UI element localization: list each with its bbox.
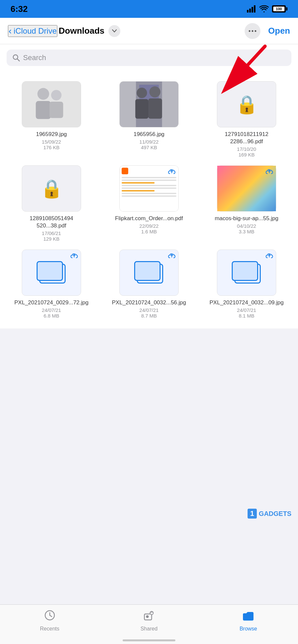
- file-item[interactable]: 🔒 12891085051494520...38.pdf 17/06/21 12…: [7, 165, 96, 242]
- file-name: 127910182119122286...96.pdf: [225, 131, 268, 145]
- svg-rect-1: [249, 9, 251, 13]
- signal-icon: [247, 5, 256, 13]
- file-date: 17/10/20: [237, 146, 256, 152]
- file-thumbnail: [119, 81, 179, 127]
- file-size: 169 KB: [238, 152, 254, 157]
- file-thumbnail-locked: 🔒: [22, 165, 81, 212]
- file-item[interactable]: Flipkart.com_Order...on.pdf 22/09/22 1.6…: [104, 165, 194, 242]
- file-size: 6.8 MB: [44, 313, 59, 319]
- shared-icon: [143, 609, 155, 624]
- back-button[interactable]: ‹ iCloud Drive: [8, 25, 57, 37]
- file-name: 12891085051494520...38.pdf: [30, 215, 73, 229]
- svg-rect-3: [254, 5, 255, 13]
- watermark: 1 GADGETS: [248, 509, 291, 519]
- more-dots-icon: [249, 30, 256, 32]
- svg-point-5: [252, 30, 253, 32]
- wifi-icon: [259, 5, 269, 13]
- cloud-upload-icon: [70, 253, 78, 261]
- cloud-upload-icon: [168, 168, 176, 177]
- generic-file-icon: [37, 261, 66, 284]
- file-item[interactable]: 🔒 127910182119122286...96.pdf 17/10/20 1…: [202, 81, 291, 157]
- file-date: 24/07/21: [42, 307, 61, 313]
- search-bar[interactable]: Search: [7, 50, 291, 66]
- search-icon: [13, 54, 20, 61]
- file-thumbnail: [217, 250, 276, 296]
- file-thumbnail: [119, 165, 179, 212]
- status-icons: 100: [247, 5, 287, 13]
- file-name: PXL_20210724_0032...09.jpg: [210, 299, 284, 306]
- svg-rect-16: [22, 82, 81, 127]
- file-grid-container: 1965929.jpg 15/09/22 176 KB: [0, 71, 298, 328]
- status-bar: 6:32 100: [0, 0, 298, 18]
- generic-file-icon: [134, 261, 164, 284]
- svg-line-10: [17, 59, 19, 61]
- file-date: 04/10/22: [237, 223, 256, 229]
- nav-current-title: Downloads: [59, 26, 104, 36]
- lock-icon: 🔒: [41, 178, 63, 199]
- recents-label: Recents: [40, 626, 59, 632]
- tab-browse[interactable]: Browse: [199, 609, 298, 632]
- shared-label: Shared: [140, 626, 158, 632]
- file-thumbnail: [22, 81, 81, 127]
- file-date: 15/09/22: [42, 139, 61, 145]
- file-date: 24/07/21: [139, 307, 159, 313]
- file-date: 11/09/22: [139, 139, 159, 145]
- file-size: 1.6 MB: [141, 229, 157, 234]
- file-size: 8.7 MB: [141, 313, 157, 319]
- lock-icon: 🔒: [236, 94, 258, 115]
- cloud-upload-icon: [265, 168, 273, 177]
- file-name: 1965929.jpg: [36, 131, 67, 138]
- svg-rect-21: [135, 99, 148, 119]
- file-item[interactable]: macos-big-sur-ap...55.jpg 04/10/22 3.3 M…: [202, 165, 291, 242]
- file-thumbnail: [217, 165, 276, 212]
- file-thumbnail: [119, 250, 179, 296]
- svg-rect-0: [247, 10, 249, 13]
- back-chevron-icon: ‹: [9, 26, 12, 36]
- search-placeholder: Search: [23, 53, 46, 62]
- file-size: 176 KB: [43, 145, 59, 150]
- search-container: Search: [0, 44, 298, 71]
- tab-shared[interactable]: Shared: [99, 609, 198, 632]
- tab-bar-spacer: [0, 328, 298, 375]
- watermark-label: GADGETS: [259, 510, 291, 518]
- status-time: 6:32: [11, 4, 28, 14]
- file-name: 1965956.jpg: [134, 131, 164, 138]
- chevron-down-icon: [112, 29, 117, 33]
- file-name: PXL_20210724_0032...56.jpg: [112, 299, 186, 306]
- nav-bar: ‹ iCloud Drive Downloads Open: [0, 18, 298, 44]
- svg-rect-23: [148, 98, 162, 119]
- dropdown-button[interactable]: [108, 25, 120, 37]
- svg-point-30: [146, 615, 149, 618]
- file-item[interactable]: PXL_20210724_0032...09.jpg 24/07/21 8.1 …: [202, 250, 291, 319]
- tab-recents[interactable]: Recents: [0, 609, 99, 632]
- file-thumbnail: [22, 250, 81, 296]
- svg-point-6: [254, 30, 256, 32]
- generic-file-icon: [232, 261, 261, 284]
- file-size: 3.3 MB: [239, 229, 254, 234]
- open-button[interactable]: Open: [268, 26, 290, 36]
- nav-title-section: Downloads: [59, 25, 245, 37]
- browse-icon: [242, 609, 254, 624]
- svg-point-22: [149, 86, 161, 98]
- file-date: 17/06/21: [42, 230, 61, 236]
- nav-actions: Open: [245, 23, 290, 39]
- back-label: iCloud Drive: [14, 26, 57, 36]
- file-grid: 1965929.jpg 15/09/22 176 KB: [7, 78, 291, 322]
- more-button[interactable]: [245, 23, 260, 39]
- file-date: 22/09/22: [139, 223, 159, 229]
- file-item[interactable]: PXL_20210724_0032...56.jpg 24/07/21 8.7 …: [104, 250, 194, 319]
- file-name: macos-big-sur-ap...55.jpg: [215, 215, 279, 222]
- file-item[interactable]: PXL_20210724_0029...72.jpg 24/07/21 6.8 …: [7, 250, 96, 319]
- cloud-upload-icon: [265, 253, 273, 261]
- file-item[interactable]: 1965929.jpg 15/09/22 176 KB: [7, 81, 96, 157]
- recents-icon: [44, 609, 56, 624]
- browse-label: Browse: [240, 626, 257, 632]
- svg-line-26: [50, 615, 52, 617]
- tab-bar: Recents Shared Browse: [0, 604, 298, 644]
- file-name: Flipkart.com_Order...on.pdf: [115, 215, 183, 222]
- battery-icon: 100: [272, 5, 287, 13]
- cloud-upload-icon: [168, 253, 176, 261]
- file-size: 497 KB: [141, 145, 157, 150]
- file-item[interactable]: 1965956.jpg 11/09/22 497 KB: [104, 81, 194, 157]
- file-date: 24/07/21: [237, 307, 256, 313]
